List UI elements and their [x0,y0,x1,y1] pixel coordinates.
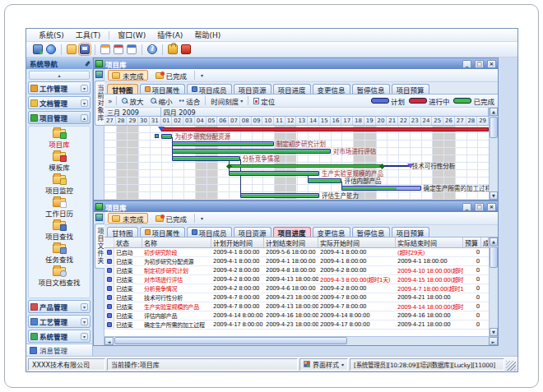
lock-icon[interactable] [168,44,178,54]
filter-0[interactable]: 未完成 [108,70,148,81]
column-header-4[interactable]: 实际开始时间 [318,238,396,247]
chevron-down-icon[interactable]: ▾ [81,99,88,107]
chevron-down-icon[interactable]: ▾ [81,85,88,92]
sidebar-group-0[interactable]: 工作管理▾ [28,81,90,95]
scroll-down-icon[interactable]: ▼ [490,328,498,336]
maximize-button[interactable]: □ [475,203,484,211]
gantt-task-bar[interactable] [341,186,420,191]
side-tab-project-folder[interactable]: 项目文件夹 [95,224,104,269]
tab-6[interactable]: 暂停信息 [352,227,390,237]
row-selector[interactable] [104,293,114,302]
scroll-down-icon[interactable]: ▼ [490,191,498,200]
column-header-1[interactable]: 名称 [142,238,211,247]
scroll-thumb[interactable] [114,337,347,344]
sidebar-item-3[interactable]: 工作日历 [29,198,90,218]
maximize-button[interactable]: □ [475,60,484,68]
row-selector[interactable] [104,302,114,311]
scroll-left-icon[interactable]: ◄ [104,337,114,345]
tab-message-management[interactable]: 消息管理 [26,344,92,356]
tab-5[interactable]: 变更信息 [313,84,350,94]
help-icon[interactable] [147,44,157,54]
gantt-task-bar[interactable] [161,134,173,139]
time-scale-button[interactable]: 时间刻度 ▾ [209,96,244,106]
menu-item-1[interactable]: 工具(T) [70,30,107,40]
scroll-up-icon[interactable]: ▲ [490,108,498,116]
tab-1[interactable]: 项目属性 [140,227,185,237]
sidebar-group-3[interactable]: 产品管理▾ [28,300,90,313]
zoom-out-button[interactable]: 缩小 [149,96,174,106]
chevron-up-icon[interactable]: ▴ [81,114,88,122]
report-orange-icon[interactable] [100,44,110,54]
row-selector[interactable] [104,257,114,265]
computer-icon[interactable] [33,44,43,54]
minimize-button[interactable]: _ [462,203,471,211]
menu-item-0[interactable]: 系统(S) [33,30,70,40]
table-row[interactable]: 已结束制定初步研究计划2009-4-2 8:00:002009-4-8 18:0… [104,266,489,275]
gantt-project-bar[interactable] [161,127,489,131]
row-selector[interactable] [104,321,114,329]
gantt-vscrollbar[interactable]: ▲ ▼ [489,108,498,200]
table-row[interactable]: 已结束对市场进行评估2009-4-2 8:00:002009-4-13 18:0… [104,275,489,284]
chevron-down-icon[interactable]: ▾ [81,318,88,325]
tab-3[interactable]: 项目资源 [234,84,272,94]
menu-item-3[interactable]: 插件(A) [151,30,188,40]
scroll-up-icon[interactable]: ▲ [490,238,498,246]
sidebar-item-0[interactable]: 项目库 [29,129,90,149]
minimize-button[interactable]: _ [462,60,471,68]
sidebar-item-5[interactable]: 任务查找 [29,244,90,264]
gantt-task-bar[interactable] [172,141,274,146]
row-selector[interactable] [104,284,114,293]
table-row[interactable]: 已结束评估内部产品2009-4-14 8:00:002009-4-16 18:0… [104,311,489,321]
row-selector[interactable] [104,275,114,284]
gantt-task-bar[interactable] [172,156,239,161]
stop-icon[interactable] [181,44,191,54]
table-row[interactable]: 已结束分析竞争情况2009-4-2 8:00:002009-4-6 18:00:… [104,284,489,293]
menu-item-2[interactable]: 窗口(W) [112,30,151,40]
tab-0[interactable]: 甘特图 [107,227,138,237]
sidebar-group-2[interactable]: 项目管理▴ [28,111,90,124]
table-row[interactable]: 已结束为初步研究分配资源2009-4-1 8:00:002009-4-1 18:… [104,257,489,266]
sidebar-group-1[interactable]: 文档管理▾ [28,96,90,109]
menu-item-4[interactable]: 帮助(H) [188,30,226,40]
gantt-summary-bar[interactable] [229,164,410,168]
fit-button[interactable]: ↔ 适合 [178,96,202,106]
tab-2[interactable]: 项目成员 [187,84,232,94]
table-row[interactable]: 已结束生产实验室规模的产品2009-4-7 8:00:002009-4-13 1… [104,302,489,311]
pin-icon[interactable] [85,60,90,66]
close-button[interactable]: × [487,60,496,68]
table-row[interactable]: 已结束确定生产所需的加工过程2009-4-17 8:00:002009-4-23… [104,321,489,330]
chevron-down-icon[interactable]: ▾ [81,333,88,340]
sidebar-group-5[interactable]: 系统管理▾ [28,330,90,343]
tab-6[interactable]: 暂停信息 [352,84,390,94]
column-header-6[interactable]: 预算 [463,238,481,247]
gantt-task-bar[interactable] [308,178,341,183]
tab-5[interactable]: 变更信息 [313,227,350,237]
tab-0[interactable]: 甘特图 [107,84,138,94]
side-tab-current-objects[interactable]: 当前对象库 [95,81,104,126]
row-selector[interactable] [104,266,114,274]
row-selector[interactable] [104,311,114,320]
table-panel-titlebar[interactable]: 项目库 _ □ × [94,201,498,212]
scroll-thumb[interactable] [490,247,498,268]
sidebar-item-4[interactable]: 项目查找 [29,221,90,241]
column-header-3[interactable]: 计划结束时间 [264,238,318,247]
folder-icon[interactable] [67,44,77,54]
filter-0[interactable]: 未完成 [108,213,148,224]
tab-7[interactable]: 项目预算 [392,84,429,94]
tab-4[interactable]: 项目进度 [273,84,311,94]
row-selector[interactable] [104,248,114,256]
filter-1[interactable]: 已完成 [151,70,192,81]
column-header-2[interactable]: 计划开始时间 [211,238,264,247]
filter-dropdown-icon[interactable]: ▾ [198,72,206,78]
sidebar-item-2[interactable]: 项目监控 [29,175,90,195]
tab-3[interactable]: 项目资源 [234,227,272,237]
tab-4[interactable]: 项目进度 [273,227,311,237]
gantt-task-bar[interactable] [229,171,319,176]
scroll-right-icon[interactable]: ► [489,337,498,345]
sidebar-group-4[interactable]: 工艺管理▾ [28,315,90,328]
zoom-in-button[interactable]: 放大 [120,96,146,106]
locate-button[interactable]: 定位 [252,96,276,106]
column-header-5[interactable]: 实际结束时间 [396,238,463,247]
resize-grip[interactable] [506,361,516,371]
gantt-task-bar[interactable] [172,149,330,154]
